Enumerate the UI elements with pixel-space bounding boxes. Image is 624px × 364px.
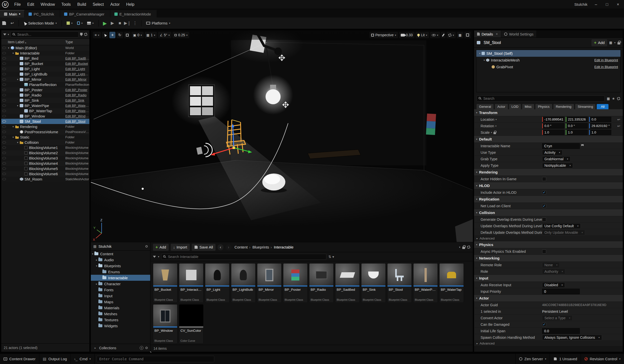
zen-server-dropdown[interactable]: Zen Server▾ <box>515 354 550 364</box>
section-replication[interactable]: ▾Replication <box>474 196 623 203</box>
asset-tile[interactable]: BP_Light Blueprint Class <box>205 263 230 303</box>
row-type-link[interactable]: Edit BP_WaterTap <box>65 109 89 113</box>
visibility-eye-icon[interactable] <box>1 126 7 128</box>
folder-tree-item[interactable]: Enums <box>91 269 150 275</box>
lock-icon[interactable] <box>617 42 620 44</box>
editor-tab[interactable]: PC_Stulchik <box>25 10 60 18</box>
details-filter-chip[interactable]: Physics <box>535 104 552 110</box>
checkbox-can-be-damaged[interactable] <box>542 322 546 326</box>
expander-arrow[interactable]: ▾ <box>95 264 98 267</box>
row-type-link[interactable]: BlockingVolume <box>65 167 89 170</box>
viewport-3d-scene[interactable]: Z X Y <box>91 30 473 243</box>
folder-tree-item[interactable]: ▸ Character <box>91 281 150 287</box>
outliner-row[interactable]: BlockingVolume4 BlockingVolume <box>1 161 89 166</box>
asset-tile[interactable]: BP_Poster Blueprint Class <box>283 263 308 303</box>
visibility-eye-icon[interactable] <box>1 94 7 96</box>
checkbox-async-physics[interactable] <box>542 250 546 254</box>
grab-type-dropdown[interactable]: GrabNormal▾ <box>542 156 570 162</box>
row-type-link[interactable]: Edit BP_Stool <box>65 120 89 123</box>
actor-advanced-expander[interactable]: ▸Advanced <box>474 341 623 346</box>
visibility-eye-icon[interactable] <box>1 141 7 144</box>
rotation-y-field[interactable]: 0.0 ° <box>566 123 588 128</box>
import-button[interactable]: ↓Import <box>171 244 190 251</box>
visibility-eye-icon[interactable] <box>1 78 7 80</box>
outliner-row[interactable]: BP_Poster Edit BP_Poster <box>1 87 89 92</box>
chevron-down-icon[interactable]: ▾ <box>459 246 460 248</box>
play-options-kebab-icon[interactable]: ⋮ <box>131 20 139 27</box>
menu-item[interactable]: Tools <box>58 0 74 9</box>
details-filter-chip[interactable]: Actor <box>495 104 508 110</box>
row-type-link[interactable]: StaticMeshActor <box>65 177 89 181</box>
menu-item[interactable]: Help <box>123 0 138 9</box>
output-log-button[interactable]: ▤Output Log <box>39 354 71 364</box>
chevron-down-icon[interactable]: ▾ <box>8 33 9 36</box>
unreal-logo-icon[interactable]: U <box>2 1 9 8</box>
blueprint-actions-icon[interactable]: ▦ <box>609 41 612 44</box>
outliner-row[interactable]: BP_WaterTap Edit BP_WaterTap <box>1 108 89 114</box>
tab-details[interactable]: Details × <box>474 30 501 38</box>
close-icon[interactable]: × <box>496 32 498 36</box>
visibility-eye-icon[interactable] <box>1 173 7 175</box>
visibility-eye-icon[interactable] <box>1 52 7 54</box>
viewport-options-dropdown[interactable]: ≡ ▾ <box>93 32 101 38</box>
row-type-link[interactable]: BlockingVolume <box>65 146 89 150</box>
outliner-row[interactable]: BP_Sink Edit BP_Sink <box>1 98 89 103</box>
stop-button[interactable]: ■ <box>116 20 124 27</box>
level-viewport[interactable]: Z X Y ≡ ▾ + ↻ ▣0▾ ▦1▾ ∠5°▾ 0.25▾ Perspec… <box>91 30 473 243</box>
section-actor[interactable]: ▾Actor <box>474 295 623 302</box>
visibility-eye-icon[interactable] <box>1 178 7 180</box>
asset-tile[interactable]: CV_SunColor Color Curve <box>179 304 203 344</box>
visibility-eye-icon[interactable] <box>1 62 7 65</box>
lock-icon[interactable] <box>462 247 465 249</box>
asset-tile[interactable]: BP_WaterPipe Blueprint Class <box>413 263 438 303</box>
visibility-eye-icon[interactable] <box>1 84 7 86</box>
row-type-link[interactable]: Edit BP_Sink <box>65 98 89 102</box>
row-type-link[interactable]: Edit BP_Light <box>65 67 89 71</box>
add-component-button[interactable]: +Add <box>591 39 607 46</box>
row-type-link[interactable]: Edit BP_Bucket <box>65 62 89 66</box>
input-priority-field[interactable]: 0 <box>542 289 580 294</box>
back-button[interactable]: ‹ <box>218 244 224 250</box>
visibility-eye-icon[interactable] <box>1 68 7 70</box>
row-type-link[interactable]: Folder <box>65 51 89 55</box>
save-all-button[interactable]: Save All <box>192 244 216 251</box>
flag-icon[interactable] <box>581 144 584 148</box>
asset-tile[interactable]: BP_SadBed Blueprint Class <box>335 263 360 303</box>
expander-arrow[interactable]: ▾ <box>11 52 15 54</box>
outliner-row[interactable]: ▾ Main (Editor) World <box>1 45 89 50</box>
maximize-button[interactable]: □ <box>604 2 609 7</box>
rotation-axes-dropdown[interactable]: Rotation▾ <box>481 124 542 128</box>
gear-icon[interactable] <box>84 33 87 36</box>
perspective-dropdown[interactable]: Perspective▾ <box>369 32 398 38</box>
search-icon[interactable] <box>145 245 148 248</box>
outliner-row[interactable]: BlockingVolume3 BlockingVolume <box>1 156 89 161</box>
visibility-eye-icon[interactable] <box>1 110 7 112</box>
row-type-link[interactable]: PostProcessVolume <box>65 130 89 134</box>
platforms-dropdown[interactable]: Platforms ▾ <box>144 19 172 27</box>
outliner-row[interactable]: BlockingVolume1 BlockingVolume <box>1 145 89 150</box>
details-filter-chip[interactable]: Misc <box>522 104 534 110</box>
frame-skip-button[interactable]: ▶ <box>109 20 116 27</box>
component-row[interactable]: GrabPivot Edit in Blueprint <box>476 64 620 70</box>
folder-tree-item[interactable]: ▾ Blueprints <box>91 263 150 269</box>
row-type-link[interactable]: Edit BP_Mirror <box>65 78 89 81</box>
editor-tab[interactable]: BP_CameraManager <box>60 10 110 18</box>
column-type[interactable]: Type <box>65 40 89 44</box>
row-type-link[interactable]: BlockingVolume <box>65 162 89 165</box>
visibility-eye-icon[interactable] <box>1 162 7 164</box>
camera-speed-button[interactable]: 0.33 <box>399 32 414 38</box>
location-y-field[interactable]: 221.335326 <box>566 117 588 122</box>
location-z-field[interactable]: 0.0 <box>589 117 611 122</box>
expander-arrow[interactable]: ▾ <box>16 104 20 107</box>
asset-tile[interactable]: BP_Mirror Blueprint Class <box>257 263 282 303</box>
checkbox-actor-hidden[interactable] <box>542 177 546 181</box>
outliner-row[interactable]: ▾ Collision Folder <box>1 140 89 145</box>
filter-icon[interactable] <box>3 34 6 36</box>
section-rendering[interactable]: ▾Rendering <box>474 169 623 176</box>
tab-world-settings[interactable]: World Settings <box>501 30 537 38</box>
add-collection-icon[interactable]: + <box>140 346 143 350</box>
row-type-link[interactable]: Folder <box>65 125 89 128</box>
asset-tile[interactable]: BP_Bucket Blueprint Class <box>153 263 177 303</box>
outliner-row[interactable]: BP_Window Edit BP_Window <box>1 114 89 119</box>
outliner-row[interactable]: BlockingVolume6 BlockingVolume <box>1 171 89 176</box>
